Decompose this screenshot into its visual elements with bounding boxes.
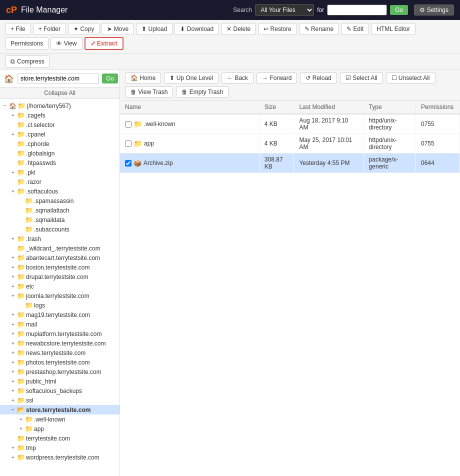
toggle-softaculous-backups[interactable]: + — [10, 388, 16, 394]
toggle-ssl[interactable]: + — [10, 398, 16, 403]
tree-item-spamassassin[interactable]: · 📁 .spamassassin — [0, 196, 120, 206]
tree-item-mail[interactable]: + 📁 mail — [0, 320, 120, 329]
tree-item-etc[interactable]: + 📁 etc — [0, 282, 120, 291]
tree-item-sqmailattach[interactable]: · 📁 .sqmailattach — [0, 206, 120, 215]
toggle-etc[interactable]: + — [10, 284, 16, 289]
tree-item-mag19[interactable]: + 📁 mag19.terrytestsite.com — [0, 310, 120, 320]
tree-item-wildcard[interactable]: · 📁 _wildcard_.terrytestsite.com — [0, 244, 120, 253]
file-checkbox[interactable] — [125, 160, 132, 166]
tree-item-cphorde[interactable]: · 📁 .cphorde — [0, 139, 120, 148]
file-name-cell[interactable]: 📁 .well-known — [120, 114, 259, 134]
toggle-mail[interactable]: + — [10, 322, 16, 327]
new-file-button[interactable]: + File — [5, 23, 31, 35]
permissions-button[interactable]: Permissions — [5, 38, 48, 50]
toggle-news[interactable]: + — [10, 350, 16, 356]
tree-item-muplatform[interactable]: + 📁 muplatform.terrytestsite.com — [0, 329, 120, 338]
edit-button[interactable]: ✎ Edit — [341, 23, 369, 35]
toggle-root[interactable]: − — [2, 103, 8, 108]
tree-item-store[interactable]: − 📂 store.terrytestsite.com — [0, 405, 120, 414]
search-input[interactable] — [327, 4, 387, 16]
tree-item-root[interactable]: − 🏠 📁 (/home/terry567) — [0, 101, 120, 110]
tree-item-trash[interactable]: + 📁 .trash — [0, 234, 120, 244]
tree-item-softaculous-backups[interactable]: + 📁 softaculous_backups — [0, 386, 120, 396]
tree-item-softaculous[interactable]: + 📁 .softaculous — [0, 186, 120, 196]
move-button[interactable]: ➤ Move — [102, 23, 134, 35]
tree-item-htpasswds[interactable]: · 📁 .htpasswds — [0, 158, 120, 168]
toggle-htpasswds[interactable]: · — [10, 160, 16, 166]
new-folder-button[interactable]: + Folder — [33, 23, 66, 35]
tree-item-news[interactable]: + 📁 news.terrytestsite.com — [0, 348, 120, 358]
rename-button[interactable]: ✎ Rename — [299, 23, 340, 35]
toggle-app-sub[interactable]: + — [18, 426, 24, 432]
tree-item-pki[interactable]: + 📁 .pki — [0, 168, 120, 177]
collapse-all-button[interactable]: Collapse All — [0, 88, 120, 99]
up-level-button[interactable]: ⬆ Up One Level — [164, 72, 218, 84]
toggle-pki[interactable]: + — [10, 170, 16, 175]
tree-item-abantecart[interactable]: + 📁 abantecart.terrytestsite.com — [0, 253, 120, 262]
tree-item-drupal[interactable]: + 📁 drupal.terrytestsite.com — [0, 272, 120, 282]
file-name-cell[interactable]: 📦 Archive.zip — [120, 154, 259, 173]
select-all-button[interactable]: ☑ Select All — [340, 72, 383, 84]
toggle-softaculous[interactable]: + — [10, 188, 16, 194]
upload-button[interactable]: ⬆ Upload — [136, 23, 172, 35]
reload-button[interactable]: ↺ Reload — [300, 72, 336, 84]
tree-item-globalsign[interactable]: · 📁 .globalsign — [0, 148, 120, 158]
tree-item-cagefs[interactable]: + 📁 .cagefs — [0, 110, 120, 120]
tree-item-prestashop[interactable]: + 📁 prestashop.terrytestsite.com — [0, 367, 120, 376]
toggle-cphorde[interactable]: · — [10, 141, 16, 146]
toggle-wellknown-sub[interactable]: + — [18, 416, 24, 422]
tree-item-newabcstore[interactable]: + 📁 newabcstore.terrytestsite.com — [0, 338, 120, 348]
tree-item-subaccounts[interactable]: · 📁 .subaccounts — [0, 224, 120, 234]
search-scope-select[interactable]: All Your Files This Directory Filenames … — [255, 4, 314, 16]
tree-item-logs[interactable]: · 📁 logs — [0, 300, 120, 310]
unselect-all-button[interactable]: ☐ Unselect All — [386, 72, 436, 84]
tree-item-razor[interactable]: · 📁 .razor — [0, 177, 120, 186]
back-button[interactable]: ← Back — [222, 72, 254, 84]
toggle-tmp[interactable]: + — [10, 445, 16, 450]
toggle-clselector[interactable]: · — [10, 122, 16, 128]
toggle-trash[interactable]: + — [10, 236, 16, 242]
tree-item-terrytestsite[interactable]: · 📁 terrytestsite.com — [0, 434, 120, 443]
tree-item-photos[interactable]: + 📁 photos.terrytestsite.com — [0, 358, 120, 367]
home-icon[interactable]: 🏠 — [4, 74, 14, 84]
copy-button[interactable]: ✦ Copy — [68, 23, 100, 35]
table-row[interactable]: 📁 app 4 KB May 25, 2017 10:01 AM httpd/u… — [120, 134, 460, 154]
sidebar-go-button[interactable]: Go — [102, 74, 118, 84]
tree-item-wellknown-sub[interactable]: + 📁 .well-known — [0, 414, 120, 424]
toggle-photos[interactable]: + — [10, 360, 16, 365]
url-input[interactable] — [17, 73, 99, 84]
toggle-public-html[interactable]: + — [10, 378, 16, 384]
extract-button[interactable]: ⤢ Extract — [84, 37, 124, 50]
toggle-cagefs[interactable]: + — [10, 112, 16, 118]
home-nav-button[interactable]: 🏠 Home — [125, 72, 161, 84]
compress-button[interactable]: ⧉ Compress — [5, 56, 50, 68]
table-row[interactable]: 📁 .well-known 4 KB Aug 18, 2017 9:10 AM … — [120, 114, 460, 134]
file-checkbox[interactable] — [125, 140, 132, 147]
delete-button[interactable]: ✕ Delete — [221, 23, 256, 35]
file-name-cell[interactable]: 📁 app — [120, 134, 259, 154]
search-go-button[interactable]: Go — [390, 5, 408, 15]
tree-item-wordpress[interactable]: + 📁 wordpress.terrytestsite.com — [0, 452, 120, 462]
toggle-abantecart[interactable]: + — [10, 255, 16, 260]
view-trash-button[interactable]: 🗑 View Trash — [125, 86, 173, 98]
toggle-newabcstore[interactable]: + — [10, 340, 16, 346]
toggle-mag19[interactable]: + — [10, 312, 16, 318]
tree-item-tmp[interactable]: + 📁 tmp — [0, 443, 120, 452]
tree-item-app-sub[interactable]: + 📁 app — [0, 424, 120, 434]
toggle-muplatform[interactable]: + — [10, 331, 16, 336]
toggle-drupal[interactable]: + — [10, 274, 16, 280]
toggle-cpanel[interactable]: + — [10, 132, 16, 137]
forward-button[interactable]: → Forward — [256, 72, 297, 84]
toggle-globalsign[interactable]: · — [10, 150, 16, 156]
view-button[interactable]: 👁 View — [50, 38, 82, 50]
table-row[interactable]: 📦 Archive.zip 308.87 KB Yesterday 4:55 P… — [120, 154, 460, 173]
toggle-boston[interactable]: + — [10, 264, 16, 270]
tree-item-public-html[interactable]: + 📁 public_html — [0, 376, 120, 386]
toggle-store[interactable]: − — [10, 407, 16, 412]
toggle-wordpress[interactable]: + — [10, 454, 16, 460]
settings-button[interactable]: ⚙ Settings — [414, 4, 454, 16]
file-checkbox[interactable] — [125, 121, 132, 128]
tree-item-joomla[interactable]: + 📁 joomla.terrytestsite.com — [0, 291, 120, 300]
tree-item-sqmaildata[interactable]: · 📁 .sqmaildata — [0, 215, 120, 224]
empty-trash-button[interactable]: 🗑 Empty Trash — [176, 86, 228, 98]
